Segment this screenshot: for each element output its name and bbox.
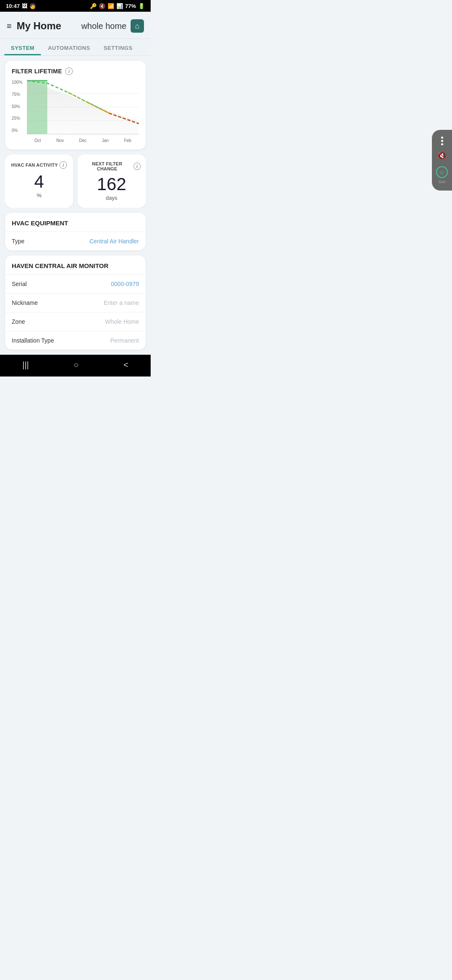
nickname-row[interactable]: Nickname Enter a name <box>5 294 146 312</box>
serial-row[interactable]: Serial 0000-0979 <box>5 275 146 294</box>
serial-value: 0000-0979 <box>111 281 139 287</box>
zone-label: Zone <box>12 318 25 325</box>
hvac-type-value: Central Air Handler <box>90 238 139 245</box>
next-filter-card: NEXT FILTER CHANGE i 162 days <box>77 155 146 208</box>
serial-label: Serial <box>12 281 27 287</box>
next-filter-unit: days <box>106 195 117 201</box>
tabs-bar: SYSTEM AUTOMATIONS SETTINGS <box>0 39 151 56</box>
person-icon: 🧑 <box>29 3 36 9</box>
hvac-type-label: Type <box>12 238 24 245</box>
haven-monitor-card: HAVEN CENTRAL AIR MONITOR Serial 0000-09… <box>5 255 146 350</box>
nickname-label: Nickname <box>12 299 38 306</box>
filter-lifetime-chart: 100% 75% 50% 25% 0% <box>12 80 139 143</box>
chart-area <box>27 80 139 134</box>
installation-type-row[interactable]: Installation Type Permanent <box>5 331 146 350</box>
whole-home-label: whole home <box>81 21 126 31</box>
nav-recent-apps-icon[interactable]: ||| <box>22 360 29 370</box>
wifi-icon: 📶 <box>108 3 114 9</box>
installation-type-value: Permanent <box>110 337 139 344</box>
battery-level: 77% <box>125 3 136 9</box>
chart-x-labels: Oct Nov Dec Jan Feb <box>27 138 139 143</box>
filter-lifetime-card: FILTER LIFETIME i 100% 75% 50% 25% 0% <box>5 61 146 150</box>
next-filter-value: 162 <box>97 175 126 193</box>
header-left: ≡ My Home <box>7 20 61 32</box>
next-filter-label: NEXT FILTER CHANGE i <box>82 161 141 171</box>
hvac-equipment-card: HVAC EQUIPMENT Type Central Air Handler <box>5 213 146 250</box>
next-filter-info-icon[interactable]: i <box>134 162 141 170</box>
tab-settings[interactable]: SETTINGS <box>97 39 139 55</box>
hvac-fan-card: HVAC FAN ACTIVITY i 4 % <box>5 155 73 208</box>
page-title: My Home <box>17 20 62 32</box>
tab-automations[interactable]: AUTOMATIONS <box>41 39 97 55</box>
chart-y-labels: 100% 75% 50% 25% 0% <box>12 80 23 134</box>
status-right: 🔑 🔇 📶 📊 77% 🔋 <box>90 3 145 9</box>
haven-monitor-header: HAVEN CENTRAL AIR MONITOR <box>5 255 146 275</box>
nickname-value: Enter a name <box>104 299 139 306</box>
home-icon-button[interactable]: ⌂ <box>131 19 144 33</box>
hvac-fan-info-icon[interactable]: i <box>59 161 67 169</box>
nav-home-icon[interactable]: ○ <box>74 360 79 370</box>
nav-back-icon[interactable]: < <box>123 360 128 370</box>
hvac-fan-value: 4 <box>34 173 44 191</box>
hvac-type-row[interactable]: Type Central Air Handler <box>5 232 146 250</box>
zone-row[interactable]: Zone Whole Home <box>5 312 146 331</box>
main-content: FILTER LIFETIME i 100% 75% 50% 25% 0% <box>0 56 151 355</box>
battery-icon: 🔋 <box>138 3 145 9</box>
filter-lifetime-info-icon[interactable]: i <box>65 67 73 75</box>
hvac-fan-unit: % <box>37 192 42 199</box>
status-left: 10:47 🖼 🧑 <box>6 3 36 9</box>
hvac-equipment-header: HVAC EQUIPMENT <box>5 213 146 232</box>
key-icon: 🔑 <box>90 3 97 9</box>
mute-icon: 🔇 <box>99 3 105 9</box>
stat-row: HVAC FAN ACTIVITY i 4 % NEXT FILTER CHAN… <box>5 155 146 208</box>
home-symbol: ⌂ <box>135 22 140 31</box>
status-time: 10:47 <box>6 3 20 9</box>
installation-type-label: Installation Type <box>12 337 54 344</box>
svg-marker-0 <box>27 80 139 134</box>
header: ≡ My Home whole home ⌂ <box>0 12 151 39</box>
menu-button[interactable]: ≡ <box>7 21 12 31</box>
signal-icon: 📊 <box>116 3 123 9</box>
hvac-fan-label: HVAC FAN ACTIVITY i <box>11 161 67 169</box>
zone-value: Whole Home <box>105 318 139 325</box>
status-bar: 10:47 🖼 🧑 🔑 🔇 📶 📊 77% 🔋 <box>0 0 151 12</box>
header-right: whole home ⌂ <box>81 19 144 33</box>
chart-svg <box>27 80 139 134</box>
filter-lifetime-title: FILTER LIFETIME i <box>12 67 139 75</box>
image-icon: 🖼 <box>22 3 27 9</box>
bottom-nav: ||| ○ < <box>0 355 151 377</box>
tab-system[interactable]: SYSTEM <box>4 39 41 55</box>
